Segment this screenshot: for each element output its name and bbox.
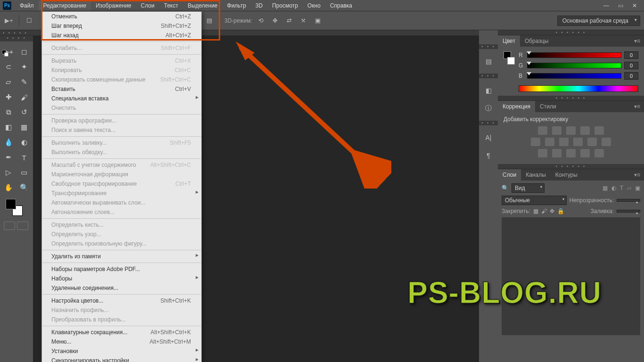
- menu-текст[interactable]: Текст: [159, 0, 183, 11]
- adj-photo-filter-icon[interactable]: [573, 138, 583, 146]
- b-value[interactable]: 0: [624, 72, 638, 80]
- adj-lookup-icon[interactable]: [602, 138, 611, 146]
- clone-stamp-tool[interactable]: ⧉: [2, 106, 15, 119]
- close-button[interactable]: ✕: [631, 2, 638, 9]
- adj-selective-icon[interactable]: [594, 149, 604, 157]
- lock-transparency-icon[interactable]: ▦: [533, 208, 538, 214]
- type-tool[interactable]: T: [17, 151, 31, 164]
- brush-tool[interactable]: 🖌: [17, 90, 31, 104]
- panel-grip-icon[interactable]: • • • • • •: [498, 164, 644, 169]
- adj-brightness-icon[interactable]: [538, 126, 547, 135]
- menu-файл[interactable]: Файл: [15, 0, 39, 11]
- menu-item[interactable]: ВставитьCtrl+V: [42, 84, 201, 94]
- adj-posterize-icon[interactable]: [552, 149, 561, 157]
- menu-item[interactable]: Установки: [42, 346, 201, 356]
- panel-menu-icon[interactable]: ▾≡: [630, 103, 644, 110]
- auto-align-icon[interactable]: ▤: [204, 16, 215, 26]
- adj-curves-icon[interactable]: [566, 126, 576, 135]
- panel-grip-icon[interactable]: • • • • • •: [498, 30, 644, 35]
- tab-paths[interactable]: Контуры: [551, 169, 582, 181]
- scale-3d-icon[interactable]: ⤧: [298, 16, 309, 26]
- color-swatches[interactable]: [2, 199, 31, 218]
- b-slider[interactable]: [527, 73, 621, 79]
- filter-shape-icon[interactable]: ▱: [627, 185, 631, 191]
- filter-smart-icon[interactable]: ▣: [635, 185, 640, 191]
- orbit-3d-icon[interactable]: ⟲: [256, 16, 266, 26]
- camera-3d-icon[interactable]: ▣: [313, 16, 323, 26]
- spectrum-ramp[interactable]: [519, 85, 638, 92]
- tab-layers[interactable]: Слои: [498, 169, 521, 181]
- menu-слои[interactable]: Слои: [136, 0, 159, 11]
- tab-channels[interactable]: Каналы: [521, 169, 551, 181]
- adj-hue-icon[interactable]: [531, 138, 540, 146]
- foreground-color-swatch[interactable]: [6, 199, 16, 209]
- adj-balance-icon[interactable]: [545, 138, 554, 146]
- slide-3d-icon[interactable]: ⇄: [284, 16, 295, 26]
- pan-3d-icon[interactable]: ✥: [270, 16, 281, 26]
- adj-bw-icon[interactable]: [559, 138, 569, 146]
- lock-all-icon[interactable]: 🔒: [557, 208, 564, 214]
- panel-grip-icon[interactable]: • • •: [479, 44, 498, 49]
- menu-item[interactable]: Меню...Alt+Shift+Ctrl+M: [42, 337, 201, 346]
- menu-item[interactable]: Удалить из памяти: [42, 252, 201, 261]
- marquee-tool[interactable]: ◻: [17, 45, 31, 58]
- character-panel-icon[interactable]: A|: [483, 132, 494, 143]
- lock-pixels-icon[interactable]: 🖌: [541, 208, 547, 214]
- dodge-tool[interactable]: ◐: [17, 136, 31, 149]
- default-colors-icon[interactable]: [2, 50, 8, 57]
- filter-pixel-icon[interactable]: ▦: [603, 185, 608, 191]
- panel-grip-icon[interactable]: • • • • • •: [498, 96, 644, 100]
- maximize-button[interactable]: ▭: [617, 2, 624, 9]
- paragraph-panel-icon[interactable]: ¶: [483, 150, 494, 161]
- fill-field[interactable]: [617, 210, 640, 213]
- eyedropper-tool[interactable]: ✎: [17, 75, 31, 89]
- layer-filter-dropdown[interactable]: Вид: [512, 183, 545, 193]
- adj-levels-icon[interactable]: [552, 126, 561, 135]
- hand-tool[interactable]: ✋: [2, 181, 15, 194]
- menu-3d[interactable]: 3D: [251, 0, 267, 11]
- shape-tool[interactable]: ▭: [17, 166, 31, 179]
- blend-mode-dropdown[interactable]: Обычные: [502, 196, 567, 205]
- panel-grip-icon[interactable]: • • • •: [0, 36, 33, 41]
- r-value[interactable]: 0: [624, 51, 638, 59]
- menu-редактирование[interactable]: Редактирование: [39, 0, 91, 11]
- zoom-tool[interactable]: 🔍: [17, 181, 31, 194]
- info-panel-icon[interactable]: ⓘ: [483, 103, 494, 114]
- adj-invert-icon[interactable]: [538, 149, 547, 157]
- panel-grip-icon[interactable]: • • •: [479, 74, 498, 78]
- g-slider[interactable]: [527, 63, 621, 68]
- menu-item[interactable]: Шаг впередShift+Ctrl+Z: [42, 21, 201, 31]
- adj-channel-mixer-icon[interactable]: [587, 138, 597, 146]
- history-panel-icon[interactable]: ▤: [483, 56, 494, 67]
- adj-exposure-icon[interactable]: [580, 126, 590, 135]
- menu-изображение[interactable]: Изображение: [91, 0, 136, 11]
- healing-brush-tool[interactable]: ✚: [2, 90, 15, 104]
- menu-справка[interactable]: Справка: [325, 0, 357, 11]
- crop-tool[interactable]: ▱: [2, 75, 15, 89]
- path-select-tool[interactable]: ▷: [2, 166, 15, 179]
- panel-grip-icon[interactable]: • • •: [479, 121, 498, 125]
- tab-color[interactable]: Цвет: [498, 35, 520, 47]
- tab-adjustments[interactable]: Коррекция: [498, 101, 535, 112]
- menu-выделение[interactable]: Выделение: [183, 0, 223, 11]
- tab-styles[interactable]: Стили: [535, 101, 561, 112]
- r-slider[interactable]: [527, 52, 621, 58]
- minimize-button[interactable]: —: [603, 2, 610, 9]
- adj-vibrance-icon[interactable]: [594, 126, 604, 135]
- g-value[interactable]: 0: [624, 62, 638, 69]
- panel-menu-icon[interactable]: ▾≡: [630, 172, 644, 178]
- panel-menu-icon[interactable]: ▾≡: [630, 38, 644, 44]
- adj-threshold-icon[interactable]: [566, 149, 576, 157]
- menu-item[interactable]: Наборы параметров Adobe PDF...: [42, 264, 201, 274]
- history-brush-tool[interactable]: ↺: [17, 106, 31, 119]
- menu-item[interactable]: ОтменитьCtrl+Z: [42, 12, 201, 21]
- properties-panel-icon[interactable]: ◧: [483, 85, 494, 96]
- menu-item[interactable]: Удаленные соединения...: [42, 283, 201, 293]
- filter-type-icon[interactable]: T: [620, 185, 623, 191]
- menu-item[interactable]: Настройка цветов...Shift+Ctrl+K: [42, 296, 201, 305]
- menu-просмотр[interactable]: Просмотр: [267, 0, 303, 11]
- menu-item[interactable]: Синхронизировать настройки: [42, 356, 201, 362]
- menu-фильтр[interactable]: Фильтр: [223, 0, 251, 11]
- workspace-switcher[interactable]: Основная рабочая среда: [557, 16, 640, 26]
- eraser-tool[interactable]: ◧: [2, 121, 15, 134]
